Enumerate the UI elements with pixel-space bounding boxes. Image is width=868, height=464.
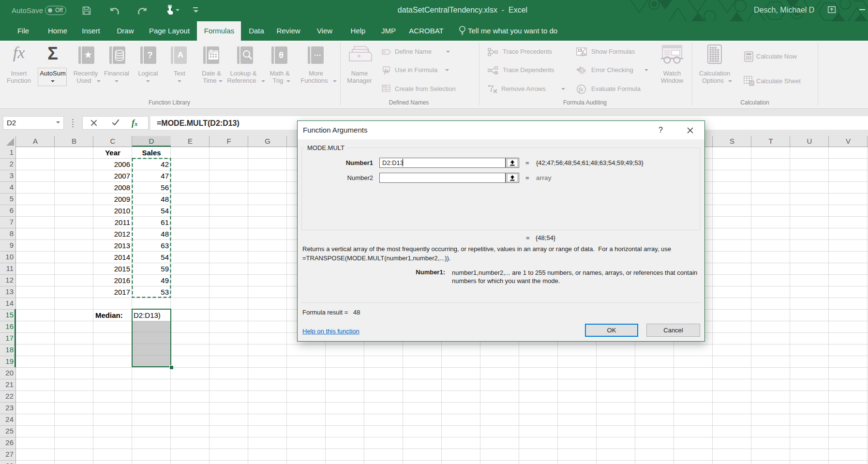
svg-text:fx: fx xyxy=(579,86,584,93)
svg-text:15: 15 xyxy=(578,48,583,53)
svg-text:!: ! xyxy=(581,68,583,74)
svg-text:fx: fx xyxy=(582,51,586,57)
svg-text:fx: fx xyxy=(384,67,389,75)
